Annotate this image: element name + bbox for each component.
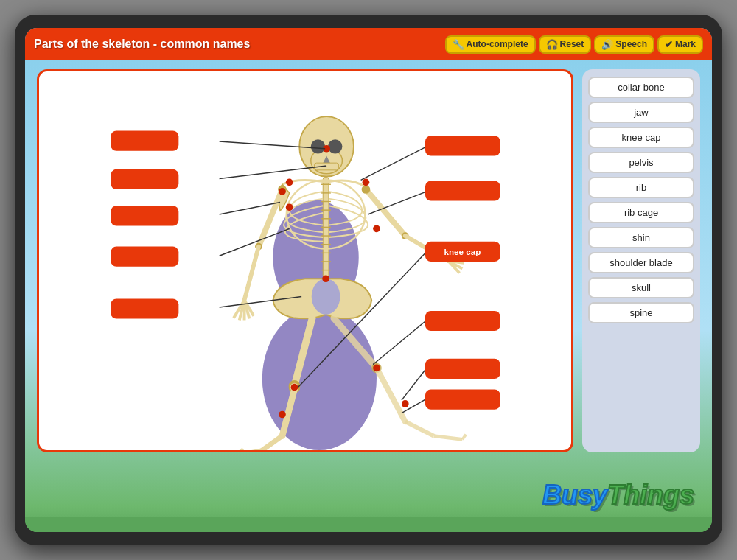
- tablet-frame: Parts of the skeleton - common names 🔧 A…: [15, 15, 722, 545]
- left-label-4: [111, 247, 178, 267]
- svg-point-4: [311, 139, 325, 153]
- busythings-logo: BusyThings: [542, 480, 694, 511]
- reset-button[interactable]: 🎧 Reset: [539, 35, 592, 54]
- svg-point-63: [402, 400, 409, 407]
- right-label-5: [425, 359, 500, 379]
- svg-line-73: [402, 368, 427, 400]
- svg-point-21: [312, 279, 340, 314]
- word-skull[interactable]: skull: [588, 277, 694, 298]
- speech-button[interactable]: 🔊 Speech: [594, 35, 654, 54]
- svg-line-49: [377, 368, 405, 421]
- svg-line-25: [245, 247, 259, 301]
- svg-point-54: [286, 178, 293, 186]
- logo-busy: Busy: [542, 480, 607, 510]
- svg-point-60: [291, 384, 298, 391]
- page-title: Parts of the skeleton - common names: [34, 38, 250, 51]
- svg-point-32: [362, 185, 371, 194]
- svg-point-55: [279, 188, 286, 195]
- svg-point-0: [262, 307, 377, 450]
- svg-point-61: [279, 411, 286, 419]
- skeleton-svg: knee cap: [39, 71, 571, 450]
- svg-point-57: [322, 275, 329, 282]
- header-bar: Parts of the skeleton - common names 🔧 A…: [25, 28, 712, 60]
- word-bank: collar bone jaw knee cap pelvis rib rib …: [582, 69, 700, 452]
- left-label-2: [111, 169, 178, 189]
- left-label-1: [111, 130, 178, 150]
- word-collar-bone[interactable]: collar bone: [588, 77, 694, 98]
- word-pelvis[interactable]: pelvis: [588, 152, 694, 173]
- speech-icon: 🔊: [601, 39, 613, 50]
- skeleton-area: knee cap: [37, 69, 573, 452]
- svg-line-46: [241, 449, 245, 450]
- main-content: knee cap collar bone jaw knee cap pelvis…: [25, 60, 712, 479]
- svg-point-58: [363, 178, 370, 186]
- toolbar-buttons: 🔧 Auto-complete 🎧 Reset 🔊 Speech ✔ Mark: [445, 35, 703, 54]
- word-jaw[interactable]: jaw: [588, 102, 694, 123]
- right-label-6: [425, 390, 500, 410]
- svg-point-62: [373, 365, 380, 372]
- svg-line-65: [220, 166, 326, 178]
- svg-line-50: [405, 421, 434, 435]
- svg-line-69: [361, 147, 427, 181]
- svg-line-52: [462, 435, 466, 440]
- tablet-screen: Parts of the skeleton - common names 🔧 A…: [25, 28, 712, 532]
- logo-things: Things: [607, 480, 694, 510]
- word-spine[interactable]: spine: [588, 302, 694, 323]
- right-label-2: [425, 181, 500, 200]
- svg-line-72: [373, 320, 427, 364]
- svg-line-51: [434, 436, 463, 440]
- reset-icon: 🎧: [546, 39, 558, 50]
- svg-point-5: [328, 139, 342, 153]
- right-label-4: [425, 311, 500, 331]
- word-shin[interactable]: shin: [588, 227, 694, 248]
- svg-point-56: [286, 203, 293, 211]
- right-label-1: [425, 136, 500, 155]
- word-rib-cage[interactable]: rib cage: [588, 202, 694, 223]
- word-shoulder-blade[interactable]: shoulder blade: [588, 252, 694, 273]
- left-label-5: [111, 298, 178, 318]
- word-knee-cap[interactable]: knee cap: [588, 127, 694, 148]
- svg-point-59: [373, 225, 380, 233]
- bottom-bar: [25, 517, 712, 532]
- svg-line-44: [262, 436, 282, 450]
- word-rib[interactable]: rib: [588, 177, 694, 198]
- mark-icon: ✔: [665, 39, 673, 50]
- svg-text:knee cap: knee cap: [444, 247, 481, 256]
- left-label-3: [111, 206, 178, 225]
- auto-complete-button[interactable]: 🔧 Auto-complete: [445, 35, 536, 54]
- mark-button[interactable]: ✔ Mark: [657, 35, 703, 54]
- autocomplete-icon: 🔧: [453, 39, 464, 50]
